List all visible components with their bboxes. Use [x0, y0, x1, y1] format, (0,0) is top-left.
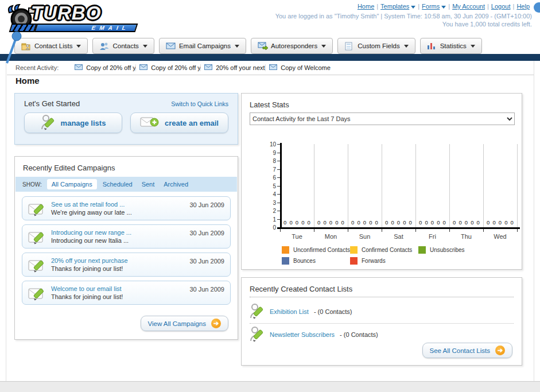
get-started-panel: Let's Get Started Switch to Quick Links …	[14, 93, 238, 145]
campaign-title-link[interactable]: 20% off your next purchase	[51, 257, 128, 264]
bar-value-labels: 00000	[484, 219, 516, 226]
campaign-row[interactable]: Introducing our new range ...Introducing…	[22, 224, 231, 249]
filter-all-campaigns[interactable]: All Campaigns	[47, 179, 97, 189]
contact-list-link[interactable]: Exhibition List	[270, 308, 309, 315]
bar-value: 0	[431, 219, 434, 226]
legend-swatch	[418, 246, 426, 254]
legend-label: Bounces	[293, 258, 316, 264]
filter-archived[interactable]: Archived	[164, 181, 188, 188]
campaign-title-link[interactable]: See us at the retail food ...	[51, 201, 125, 208]
nav-link-help[interactable]: Help	[516, 3, 530, 10]
credits-info: You have 1,000 total credits left.	[442, 21, 532, 28]
bar-value: 0	[499, 219, 502, 226]
legend-item-unconfirmed-contacts: Unconfirmed Contacts	[282, 246, 350, 254]
bar-value: 0	[375, 219, 378, 226]
contact-activity-chart: 01234567891000000Tue00000Mon00000Sun0000…	[242, 94, 523, 270]
x-axis-tick	[348, 229, 348, 232]
person-pencil-icon	[250, 303, 265, 320]
envelope-plus-icon	[140, 115, 160, 131]
bar-value-labels: 00000	[450, 219, 483, 226]
nav-link-home[interactable]: Home	[358, 3, 374, 10]
form-fields-icon	[344, 42, 354, 51]
legend-item-forwards: Forwards	[350, 257, 418, 265]
users-icon	[99, 42, 109, 51]
envelope-pencil-icon	[28, 258, 51, 275]
campaign-text: Introducing our new range ...Introducing…	[51, 228, 189, 244]
contact-list-count: - (0 Contacts)	[340, 331, 378, 338]
bar-value-labels: 00000	[348, 219, 381, 226]
tab-contact-lists[interactable]: Contact Lists	[14, 38, 88, 54]
bar-value: 0	[425, 219, 428, 226]
bar-value: 0	[283, 219, 286, 226]
chevron-down-icon	[441, 6, 446, 9]
bar-chart-icon	[427, 42, 437, 51]
bar-value: 0	[308, 219, 310, 226]
nav-link-forms[interactable]: Forms	[422, 3, 446, 10]
manage-lists-button[interactable]: manage lists	[24, 112, 122, 133]
gridline	[314, 144, 314, 227]
bar-value: 0	[335, 219, 338, 226]
y-axis-label: 6	[262, 174, 276, 181]
nav-separator: |	[448, 3, 450, 10]
campaign-title-link[interactable]: Introducing our new range ...	[51, 229, 131, 236]
chart-legend: Unconfirmed ContactsConfirmed ContactsUn…	[282, 246, 465, 265]
x-axis-tick	[314, 229, 314, 232]
bar-value: 0	[511, 219, 514, 226]
switch-quick-links-link[interactable]: Switch to Quick Links	[171, 100, 228, 107]
nav-link-logout[interactable]: Logout	[491, 3, 511, 10]
contact-list-item[interactable]: Exhibition List- (0 Contacts)	[250, 301, 514, 324]
campaign-title-link[interactable]: Welcome to our email list	[51, 285, 122, 292]
arrow-circle-icon: ➔	[211, 319, 221, 328]
navy-divider-bar	[0, 54, 540, 61]
campaign-text: 20% off your next purchaseThanks for joi…	[51, 257, 189, 273]
tab-label: Contacts	[112, 42, 138, 49]
bar-value: 0	[323, 219, 326, 226]
see-all-contact-lists-button[interactable]: See All Contact Lists ➔	[422, 343, 512, 358]
nav-link-my-account[interactable]: My Account	[452, 3, 485, 10]
get-started-title: Let's Get Started	[24, 99, 80, 108]
x-axis-label: Mon	[314, 233, 348, 240]
x-axis-tick	[382, 229, 382, 232]
bar-value: 0	[385, 219, 388, 226]
campaign-text: See us at the retail food ...We're givin…	[51, 200, 189, 216]
bar-value: 0	[492, 219, 495, 226]
bar-value-labels: 00000	[281, 219, 313, 226]
legend-swatch	[282, 257, 289, 265]
tab-contacts[interactable]: Contacts	[92, 38, 154, 54]
campaign-text: Welcome to our email listThanks for join…	[51, 285, 189, 301]
tab-autoresponders[interactable]: Autoresponders	[251, 38, 333, 54]
campaign-row[interactable]: See us at the retail food ...We're givin…	[22, 196, 231, 220]
view-all-campaigns-button[interactable]: View All Campaigns ➔	[141, 316, 228, 331]
y-axis-label: 9	[262, 150, 276, 156]
campaign-row[interactable]: 20% off your next purchaseThanks for joi…	[22, 253, 231, 277]
x-axis-label: Sun	[348, 233, 382, 240]
envelope-pencil-icon	[28, 201, 51, 219]
y-axis-label: 10	[262, 141, 276, 148]
bar-value-labels: 00000	[314, 219, 347, 226]
nav-link-templates[interactable]: Templates	[380, 3, 415, 10]
tab-statistics[interactable]: Statistics	[420, 38, 482, 54]
filter-sent[interactable]: Sent	[142, 181, 155, 188]
view-all-campaigns-label: View All Campaigns	[148, 320, 206, 327]
x-axis-label: Sat	[382, 233, 415, 240]
tab-custom-fields[interactable]: Custom Fields	[337, 38, 415, 54]
latest-stats-panel: Latest Stats Contact Activity for the La…	[241, 93, 522, 270]
filter-scheduled[interactable]: Scheduled	[103, 181, 133, 188]
gridline	[449, 144, 450, 227]
campaign-date: 30 Jun 2009	[189, 230, 224, 236]
person-pencil-icon	[41, 114, 56, 132]
create-an-email-button[interactable]: create an email	[130, 112, 228, 133]
envelope-icon	[166, 42, 176, 51]
tab-email-campaigns[interactable]: Email Campaigns	[159, 38, 246, 54]
x-axis-tick	[449, 229, 450, 232]
x-axis-label: Wed	[483, 233, 517, 240]
legend-swatch	[350, 257, 358, 265]
bar-value: 0	[391, 219, 394, 226]
campaign-row[interactable]: Welcome to our email listThanks for join…	[22, 281, 231, 305]
contact-list-link[interactable]: Newsletter Subscribers	[270, 331, 335, 338]
app-logo: TURBO EMAIL	[5, 1, 148, 36]
envelope-pencil-icon	[28, 230, 51, 247]
bar-value: 0	[403, 219, 406, 226]
bar-value: 0	[453, 219, 456, 226]
x-axis-tick	[517, 229, 518, 232]
